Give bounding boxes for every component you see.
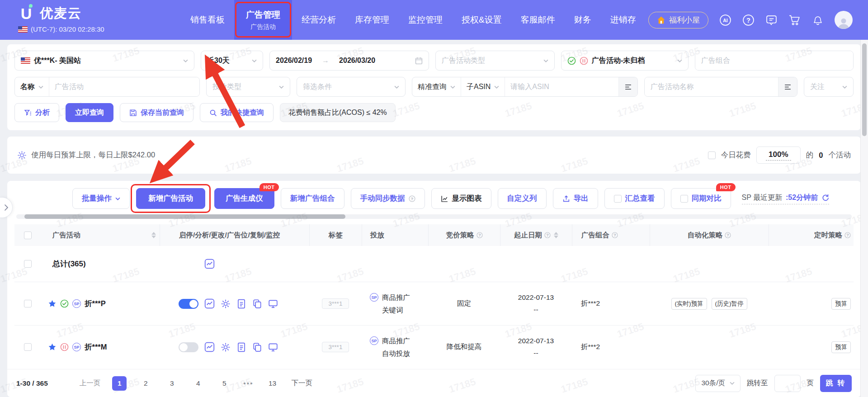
nav-item-business-analysis[interactable]: 经营分析 [292,0,345,40]
export-button[interactable]: 导出 [553,188,598,209]
acos-filter-chip[interactable]: 花费销售额占比(ACOS) ≤ 42% [280,103,396,122]
timer-tag[interactable]: 预算 [831,341,851,353]
settings-gear-icon[interactable] [221,342,231,352]
horizontal-scrollbar-thumb[interactable] [24,214,345,219]
save-query-button[interactable]: 保存当前查询 [120,103,193,122]
nav-item-monitoring[interactable]: 监控管理 [399,0,452,40]
page-button-13[interactable]: 13 [265,376,280,391]
name-field-select[interactable]: 名称 [15,77,49,96]
nav-item-customer-email[interactable]: 客服邮件 [511,0,565,40]
custom-columns-button[interactable]: 自定义列 [498,188,547,209]
copy-icon[interactable] [252,299,262,309]
date-range-input[interactable]: 2026/02/19 → 2026/03/20 [269,51,429,71]
select-all-checkbox[interactable] [24,232,32,239]
help-icon[interactable]: ? [742,14,755,26]
tag-chip[interactable]: 3***1 [322,342,349,352]
info-icon[interactable]: ? [612,232,618,238]
campaign-name-link[interactable]: 折***M [85,342,107,352]
refresh-icon[interactable] [821,194,829,202]
row-checkbox[interactable] [24,300,32,307]
asin-batch-list-button[interactable] [618,77,637,96]
col-date-range[interactable]: 起止日期 ? [500,224,572,246]
campaign-name-link[interactable]: 折***P [85,299,106,309]
horizontal-scrollbar[interactable] [16,214,852,219]
exact-query-select[interactable]: 精准查询 [412,77,461,96]
power-toggle[interactable] [179,299,198,309]
more-pages-button[interactable]: ••• [243,379,253,388]
campaign-name-batch-list-button[interactable] [778,77,797,96]
avatar[interactable] [835,11,853,29]
info-icon[interactable]: ? [544,232,551,238]
portfolio-input[interactable] [695,51,853,70]
power-toggle[interactable] [179,342,198,352]
chart-trend-icon[interactable] [204,259,215,269]
query-now-button[interactable]: 立即查询 [66,103,113,122]
quick-query-button[interactable]: 我的快捷查询 [200,103,274,122]
row-checkbox[interactable] [24,343,32,351]
today-spend-checkbox[interactable] [708,151,716,159]
period-compare-checkbox[interactable] [680,195,688,203]
gear-icon[interactable] [17,151,27,160]
summary-view-checkbox[interactable] [614,195,622,203]
copy-icon[interactable] [252,342,262,352]
auto-tag[interactable]: (实时)预算 [671,298,707,310]
favorite-star-icon[interactable] [48,299,57,308]
filter-condition-select[interactable]: 筛选条件 [297,77,406,97]
site-select[interactable]: 优***K- 美国站 [14,51,194,71]
spend-percent-input[interactable]: 100% [756,147,801,164]
analyze-button[interactable]: 分析 [14,103,59,122]
next-page-button[interactable]: 下一页 [292,378,313,388]
prev-page-button[interactable]: 上一页 [80,378,101,388]
jump-page-input[interactable] [774,375,801,392]
campaign-search-input[interactable] [49,77,199,96]
placement-doc-icon[interactable] [236,342,246,352]
favorite-star-icon[interactable] [48,343,57,351]
date-range-preset-select[interactable]: 近30天 [201,51,263,71]
page-size-select[interactable]: 30条/页 [695,375,741,392]
chart-trend-icon[interactable] [204,298,215,309]
message-icon[interactable] [765,14,778,26]
page-button-5[interactable]: 5 [217,376,231,391]
row-checkbox[interactable] [24,260,32,268]
new-portfolio-button[interactable]: 新增广告组合 [281,188,344,209]
sort-icon[interactable] [151,232,156,238]
campaign-name-input[interactable] [645,77,778,96]
monitor-icon[interactable] [268,299,278,309]
campaign-type-select[interactable]: 广告活动类型 [435,51,555,71]
auto-tag[interactable]: (历史)暂停 [712,298,747,310]
info-icon[interactable]: ? [476,232,483,238]
vertical-scrollbar-thumb[interactable] [862,43,867,136]
manual-sync-button[interactable]: 手动同步数据 ? [351,188,425,209]
page-button-1[interactable]: 1 [112,376,127,391]
tag-chip[interactable]: 3***1 [322,298,349,309]
info-icon[interactable]: ? [725,232,731,238]
sort-icon[interactable] [554,232,558,238]
col-campaign[interactable]: 广告活动 [41,224,160,246]
welfare-house-button[interactable]: 福利小屋 [648,12,708,28]
info-icon[interactable]: ? [844,232,851,238]
follow-select[interactable]: 关注 [804,77,854,97]
nav-item-finance[interactable]: 财务 [565,0,601,40]
page-button-4[interactable]: 4 [191,376,205,391]
nav-item-authorization-settings[interactable]: 授权&设置 [452,0,511,40]
targeting-type-select[interactable]: 投放类型 [206,77,290,97]
show-chart-button[interactable]: 显示图表 [431,188,491,209]
nav-item-purchase-sales[interactable]: 进销存 [601,0,646,40]
monitor-icon[interactable] [268,342,278,352]
bell-icon[interactable] [811,14,824,26]
timer-tag[interactable]: 预算 [831,298,851,310]
page-button-3[interactable]: 3 [165,376,179,391]
placement-doc-icon[interactable] [236,299,246,309]
summary-view-button[interactable]: 汇总查看 [604,188,665,209]
campaign-status-select[interactable]: 广告活动-未归档 [561,51,689,71]
nav-item-ad-management[interactable]: 广告管理 广告活动 [234,0,292,40]
vertical-scrollbar[interactable] [860,40,868,397]
asin-input[interactable] [505,77,618,96]
settings-gear-icon[interactable] [221,299,231,309]
batch-operation-button[interactable]: 批量操作 [72,188,130,209]
cart-icon[interactable] [788,14,801,26]
jump-button[interactable]: 跳 转 [820,375,852,392]
ai-icon[interactable]: AI [719,14,731,26]
nav-item-inventory[interactable]: 库存管理 [345,0,399,40]
new-campaign-button[interactable]: 新增广告活动 [136,188,205,209]
